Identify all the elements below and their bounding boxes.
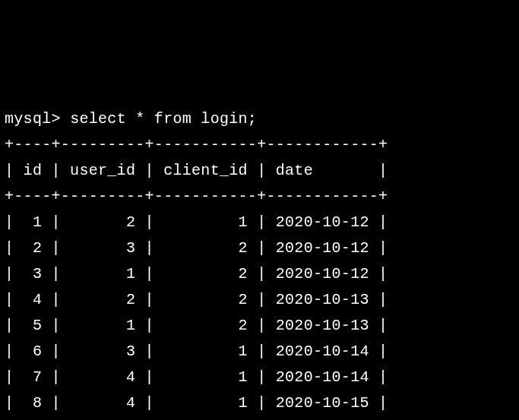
sql-query[interactable]: select * from login; [70,110,257,128]
mysql-prompt: mysql> [5,110,70,128]
terminal-output: mysql> select * from login; +----+------… [5,106,514,420]
table-header-row: | id | user_id | client_id | date | [5,162,388,179]
table-body: | 1 | 2 | 1 | 2020-10-12 | | 2 | 3 | 2 |… [5,213,388,412]
table-border-mid: +----+---------+-----------+------------… [5,188,388,205]
table-border-top: +----+---------+-----------+------------… [5,136,388,153]
